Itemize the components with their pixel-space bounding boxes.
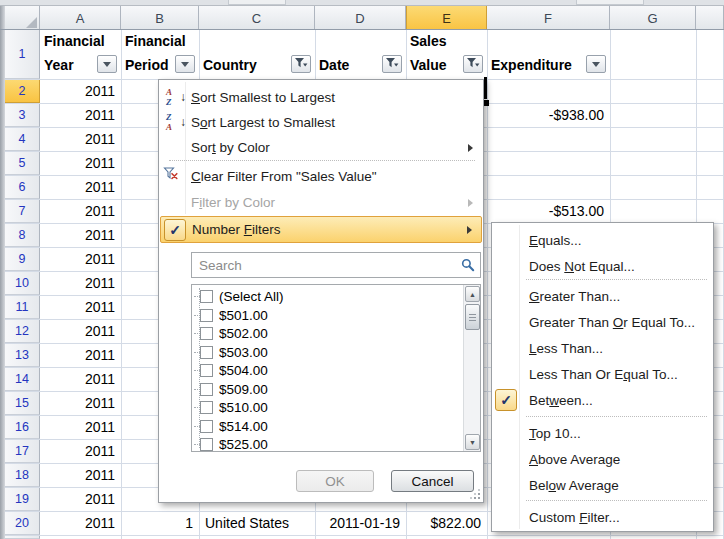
dropdown-arrow-icon <box>103 62 111 67</box>
cell-a12[interactable]: 2011 <box>41 320 120 342</box>
scroll-down-button[interactable]: ▼ <box>465 434 480 450</box>
menu-item-below-average[interactable]: Below Average <box>493 472 712 498</box>
cell-a19[interactable]: 2011 <box>41 488 120 510</box>
cell-a15[interactable]: 2011 <box>41 392 120 414</box>
menu-item-does-not-equal[interactable]: Does Not Equal... <box>493 253 712 279</box>
search-input[interactable] <box>192 253 480 277</box>
menu-item-less-than-or-equal-to[interactable]: Less Than Or Equal To... <box>493 361 712 387</box>
menu-item-clear-filter[interactable]: Clear Filter From "Sales Value" <box>160 164 482 189</box>
cell-a2[interactable]: 2011 <box>41 80 120 102</box>
row-header-3[interactable]: 3 <box>5 103 40 127</box>
value-checkbox[interactable] <box>200 309 213 322</box>
cell-f7[interactable]: -$513.00 <box>488 200 609 222</box>
row-header-15[interactable]: 15 <box>5 391 40 415</box>
menu-item-above-average[interactable]: Above Average <box>493 446 712 472</box>
row-header-19[interactable]: 19 <box>5 487 40 511</box>
row-header-5[interactable]: 5 <box>5 151 40 175</box>
value-checkbox[interactable] <box>200 438 213 451</box>
cell-a6[interactable]: 2011 <box>41 176 120 198</box>
row-header-1[interactable]: 1 <box>5 30 40 79</box>
menu-item-top-10[interactable]: Top 10... <box>493 420 712 446</box>
column-header-b[interactable]: B <box>121 6 199 30</box>
row-header-9[interactable]: 9 <box>5 247 40 271</box>
menu-item-sort-by-color[interactable]: Sort by Color <box>160 135 482 160</box>
menu-item-greater-than[interactable]: Greater Than... <box>493 283 712 309</box>
filter-button-e[interactable] <box>463 55 483 73</box>
menu-item-greater-than-or-equal-to[interactable]: Greater Than Or Equal To... <box>493 309 712 335</box>
value-checkbox[interactable] <box>200 364 213 377</box>
filter-button-f[interactable] <box>586 55 606 73</box>
filter-button-b[interactable] <box>175 55 195 73</box>
menu-item-less-than[interactable]: Less Than... <box>493 335 712 361</box>
filter-button-a[interactable] <box>97 55 117 73</box>
value-checkbox[interactable] <box>200 383 213 396</box>
filter-button-d[interactable] <box>382 55 402 73</box>
cell-c20[interactable]: United States <box>200 512 314 534</box>
menu-item-filter-by-color[interactable]: Filter by Color <box>160 190 482 215</box>
column-header-f[interactable]: F <box>487 6 610 30</box>
scroll-thumb[interactable] <box>465 304 480 330</box>
column-header-g[interactable]: G <box>610 6 696 30</box>
column-header-a[interactable]: A <box>40 6 121 30</box>
filter-button-c[interactable] <box>291 55 311 73</box>
cell-a20[interactable]: 2011 <box>41 512 120 534</box>
row-header-17[interactable]: 17 <box>5 439 40 463</box>
value-checkbox[interactable] <box>200 401 213 414</box>
search-icon[interactable] <box>461 258 475 272</box>
cell-a7[interactable]: 2011 <box>41 200 120 222</box>
cell-a16[interactable]: 2011 <box>41 416 120 438</box>
cell-e20[interactable]: $822.00 <box>407 512 486 534</box>
value-label: $502.00 <box>219 326 268 341</box>
cell-a14[interactable]: 2011 <box>41 368 120 390</box>
value-checkbox[interactable] <box>200 346 213 359</box>
cell-a18[interactable]: 2011 <box>41 464 120 486</box>
row-header-13[interactable]: 13 <box>5 343 40 367</box>
row-header-6[interactable]: 6 <box>5 175 40 199</box>
column-header-d[interactable]: D <box>315 6 406 30</box>
column-header-c[interactable]: C <box>199 6 315 30</box>
row-header-4[interactable]: 4 <box>5 127 40 151</box>
ok-button[interactable]: OK <box>296 470 374 492</box>
menu-item-equals[interactable]: Equals... <box>493 227 712 253</box>
row-header-18[interactable]: 18 <box>5 463 40 487</box>
header-line2: Country <box>203 57 257 73</box>
row-header-2[interactable]: 2 <box>5 79 40 103</box>
resize-grip[interactable] <box>468 489 480 499</box>
cancel-button[interactable]: Cancel <box>391 470 474 492</box>
menu-item-sort-smallest-to-largest[interactable]: AZ↓Sort Smallest to Largest <box>160 85 482 110</box>
value-checkbox[interactable] <box>200 327 213 340</box>
cell-a8[interactable]: 2011 <box>41 224 120 246</box>
cell-d20[interactable]: 2011-01-19 <box>316 512 405 534</box>
select-all-corner[interactable] <box>5 6 40 30</box>
cell-a4[interactable]: 2011 <box>41 128 120 150</box>
row-header-8[interactable]: 8 <box>5 223 40 247</box>
cell-a13[interactable]: 2011 <box>41 344 120 366</box>
menu-item-sort-largest-to-smallest[interactable]: ZA↓Sort Largest to Smallest <box>160 110 482 135</box>
column-header-partial[interactable] <box>696 6 724 30</box>
row-header-7[interactable]: 7 <box>5 199 40 223</box>
cell-b20[interactable]: 1 <box>122 512 198 534</box>
menu-separator <box>526 416 707 417</box>
row-header-14[interactable]: 14 <box>5 367 40 391</box>
cell-a17[interactable]: 2011 <box>41 440 120 462</box>
value-checkbox[interactable] <box>200 420 213 433</box>
column-header-e[interactable]: E <box>406 6 487 30</box>
row-header-10[interactable]: 10 <box>5 271 40 295</box>
scrollbar[interactable]: ▲ ▼ <box>463 285 480 451</box>
row-header-16[interactable]: 16 <box>5 415 40 439</box>
scroll-up-button[interactable]: ▲ <box>465 286 480 302</box>
row-header-12[interactable]: 12 <box>5 319 40 343</box>
cell-f3[interactable]: -$938.00 <box>488 104 609 126</box>
row-header-20[interactable]: 20 <box>5 511 40 535</box>
row-header-11[interactable]: 11 <box>5 295 40 319</box>
cell-a5[interactable]: 2011 <box>41 152 120 174</box>
cell-a10[interactable]: 2011 <box>41 272 120 294</box>
menu-item-custom-filter[interactable]: Custom Filter... <box>493 504 712 530</box>
value-checkbox[interactable] <box>200 290 213 303</box>
cell-a11[interactable]: 2011 <box>41 296 120 318</box>
menu-item-number-filters[interactable]: ✓Number Filters <box>160 216 482 243</box>
value-label: $510.00 <box>219 400 268 415</box>
menu-item-between[interactable]: Between... <box>493 387 712 414</box>
cell-a9[interactable]: 2011 <box>41 248 120 270</box>
cell-a3[interactable]: 2011 <box>41 104 120 126</box>
